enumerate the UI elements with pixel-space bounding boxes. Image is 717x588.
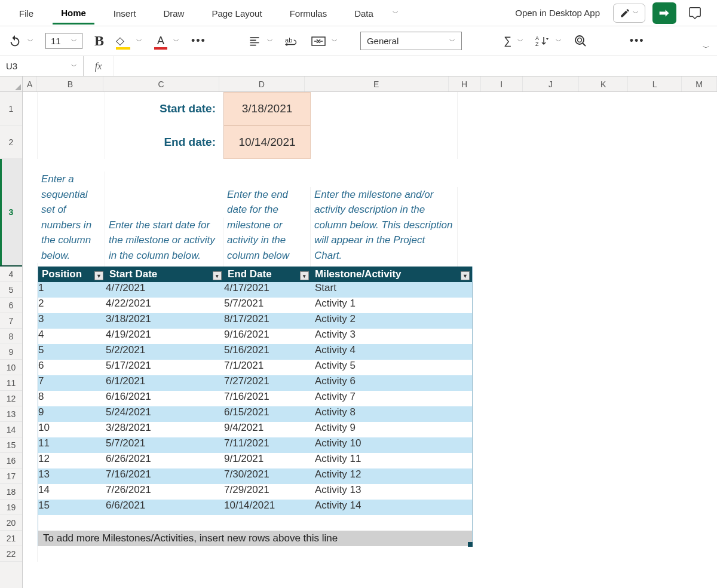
sort-icon: AZ — [535, 35, 550, 48]
font-size-input[interactable]: 11 ﹀ — [45, 33, 82, 49]
align-button[interactable] — [248, 35, 261, 47]
tab-insert[interactable]: Insert — [105, 2, 145, 23]
row-header-9[interactable]: 9 — [0, 344, 22, 360]
editing-mode-button[interactable]: ﹀ — [613, 4, 645, 23]
undo-button[interactable] — [8, 35, 22, 48]
collapse-ribbon-button[interactable]: ﹀ — [703, 43, 710, 53]
tab-page-layout[interactable]: Page Layout — [203, 2, 270, 23]
col-header-C[interactable]: C — [103, 76, 219, 91]
col-position[interactable]: Position▼ — [38, 268, 106, 280]
row-header-17[interactable]: 17 — [0, 468, 22, 484]
table-row[interactable]: 14/7/20214/17/2021Start — [38, 282, 472, 298]
table-row[interactable]: 95/24/20216/15/2021Activity 8 — [38, 406, 472, 422]
filter-dropdown-icon[interactable]: ▼ — [461, 271, 470, 280]
table-row[interactable]: 44/19/20219/16/2021Activity 3 — [38, 329, 472, 344]
tab-draw[interactable]: Draw — [155, 2, 192, 23]
row-header-5[interactable]: 5 — [0, 282, 22, 298]
autosum-dropdown[interactable]: ﹀ — [517, 37, 523, 45]
merge-button[interactable] — [311, 35, 326, 47]
col-header-D[interactable]: D — [219, 76, 305, 91]
table-row[interactable]: 147/26/20217/29/2021Activity 13 — [38, 484, 472, 500]
col-header-B[interactable]: B — [37, 76, 103, 91]
col-header-A[interactable]: A — [23, 76, 37, 91]
autosum-button[interactable]: ∑ — [504, 35, 511, 47]
name-box[interactable]: U3 ﹀ — [0, 56, 84, 76]
row-header-18[interactable]: 18 — [0, 484, 22, 500]
sort-filter-button[interactable]: AZ — [535, 35, 550, 48]
wrap-text-button[interactable]: ab — [285, 35, 299, 47]
row-header-2[interactable]: 2 — [0, 125, 22, 159]
more-commands-button[interactable]: ••• — [630, 35, 645, 47]
row-header-16[interactable]: 16 — [0, 453, 22, 468]
row-header-13[interactable]: 13 — [0, 406, 22, 422]
col-header-J[interactable]: J — [523, 76, 579, 91]
undo-dropdown[interactable]: ﹀ — [27, 37, 33, 45]
filter-dropdown-icon[interactable]: ▼ — [94, 271, 103, 280]
row-header-6[interactable]: 6 — [0, 298, 22, 313]
more-font-button[interactable]: ••• — [191, 35, 206, 47]
col-header-L[interactable]: L — [628, 76, 682, 91]
col-end-date[interactable]: End Date▾ — [224, 268, 311, 280]
row-header-22[interactable]: 22 — [0, 546, 22, 562]
table-row[interactable]: 55/2/20215/16/2021Activity 4 — [38, 344, 472, 360]
font-color-dropdown[interactable]: ﹀ — [173, 37, 179, 45]
tab-data[interactable]: Data — [346, 2, 382, 23]
table-row[interactable]: 65/17/20217/1/2021Activity 5 — [38, 360, 472, 375]
table-row[interactable]: 126/26/20219/1/2021Activity 11 — [38, 453, 472, 468]
font-size-value: 11 — [51, 36, 61, 46]
table-row[interactable]: 156/6/202110/14/2021Activity 14 — [38, 500, 472, 515]
tab-formulas[interactable]: Formulas — [281, 2, 336, 23]
table-row[interactable]: 76/1/20217/27/2021Activity 6 — [38, 375, 472, 391]
fx-label[interactable]: fx — [84, 56, 114, 76]
filter-dropdown-icon[interactable]: ▾ — [213, 271, 222, 280]
table-row[interactable]: 115/7/20217/11/2021Activity 10 — [38, 437, 472, 453]
merge-dropdown[interactable]: ﹀ — [332, 37, 338, 45]
table-row[interactable]: 86/16/20217/16/2021Activity 7 — [38, 391, 472, 406]
row-header-1[interactable]: 1 — [0, 92, 22, 125]
row-header-15[interactable]: 15 — [0, 437, 22, 453]
table-row[interactable]: 103/28/20219/4/2021Activity 9 — [38, 422, 472, 437]
number-format-dropdown[interactable]: General ﹀ — [360, 32, 462, 50]
row-header-7[interactable]: 7 — [0, 313, 22, 329]
row-header-19[interactable]: 19 — [0, 500, 22, 515]
col-milestone[interactable]: Milestone/Activity▼ — [311, 268, 472, 280]
fill-color-button[interactable]: ◇ — [116, 34, 130, 48]
row-header-14[interactable]: 14 — [0, 422, 22, 437]
start-date-cell[interactable]: 3/18/2021 — [223, 92, 311, 125]
row-header-4[interactable]: 4 — [0, 267, 22, 282]
row-header-21[interactable]: 21 — [0, 531, 22, 546]
find-button[interactable] — [574, 34, 588, 48]
more-tabs-chevron[interactable]: ﹀ — [393, 9, 399, 17]
font-color-button[interactable]: A — [154, 34, 167, 48]
select-all-corner[interactable] — [0, 76, 22, 92]
col-start-date[interactable]: Start Date▾ — [106, 268, 224, 280]
row-header-8[interactable]: 8 — [0, 329, 22, 344]
share-button[interactable] — [652, 2, 676, 24]
col-header-H[interactable]: H — [449, 76, 481, 91]
sort-dropdown[interactable]: ﹀ — [556, 37, 562, 45]
table-empty-row[interactable] — [38, 515, 472, 531]
col-header-I[interactable]: I — [481, 76, 523, 91]
table-row[interactable]: 33/18/20218/17/2021Activity 2 — [38, 313, 472, 329]
cells-area[interactable]: Start date: 3/18/2021 End date: 10/14/20… — [23, 92, 717, 562]
row-header-11[interactable]: 11 — [0, 375, 22, 391]
formula-input[interactable] — [114, 56, 717, 76]
comments-button[interactable] — [684, 3, 706, 23]
filter-dropdown-icon[interactable]: ▾ — [300, 271, 309, 280]
row-header-12[interactable]: 12 — [0, 391, 22, 406]
table-row[interactable]: 137/16/20217/30/2021Activity 12 — [38, 468, 472, 484]
row-header-3[interactable]: 3 — [0, 159, 22, 267]
col-header-E[interactable]: E — [305, 76, 449, 91]
row-header-10[interactable]: 10 — [0, 360, 22, 375]
tab-home[interactable]: Home — [53, 2, 94, 24]
align-dropdown[interactable]: ﹀ — [267, 37, 273, 45]
fill-color-dropdown[interactable]: ﹀ — [136, 37, 142, 45]
row-header-20[interactable]: 20 — [0, 515, 22, 531]
tab-file[interactable]: File — [11, 2, 42, 23]
bold-button[interactable]: B — [94, 33, 104, 49]
col-header-K[interactable]: K — [579, 76, 628, 91]
table-row[interactable]: 24/22/20215/7/2021Activity 1 — [38, 298, 472, 313]
col-header-M[interactable]: M — [682, 76, 717, 91]
end-date-cell[interactable]: 10/14/2021 — [223, 125, 311, 159]
open-desktop-button[interactable]: Open in Desktop App — [509, 4, 606, 22]
